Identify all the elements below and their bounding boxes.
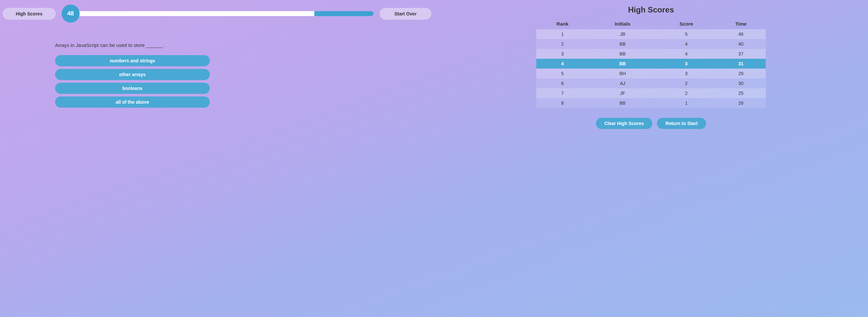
cell-rank: 3 bbox=[536, 49, 589, 59]
cell-rank: 7 bbox=[536, 88, 589, 98]
cell-score: 1 bbox=[657, 98, 716, 108]
cell-time: 26 bbox=[716, 98, 766, 108]
cell-score: 5 bbox=[657, 29, 716, 39]
cell-rank: 2 bbox=[536, 39, 589, 49]
col-time: Time bbox=[716, 19, 766, 29]
table-row: 6AJ230 bbox=[536, 79, 766, 88]
cell-rank: 6 bbox=[536, 79, 589, 88]
timer-badge: 48 bbox=[62, 5, 80, 23]
col-initials: Initials bbox=[589, 19, 657, 29]
cell-score: 3 bbox=[657, 59, 716, 68]
cell-time: 37 bbox=[716, 49, 766, 59]
cell-initials: BB bbox=[589, 59, 657, 68]
quiz-topbar: High Scores 48 Start Over bbox=[3, 5, 431, 23]
table-row: 2BB440 bbox=[536, 39, 766, 49]
high-scores-table: Rank Initials Score Time 1JB5462BB4403BB… bbox=[536, 19, 766, 108]
cell-rank: 5 bbox=[536, 68, 589, 79]
quiz-panel: High Scores 48 Start Over Arrays in Java… bbox=[0, 0, 434, 317]
table-row: 7JF225 bbox=[536, 88, 766, 98]
start-over-button[interactable]: Start Over bbox=[380, 8, 431, 20]
table-header-row: Rank Initials Score Time bbox=[536, 19, 766, 29]
answer-option-0[interactable]: numbers and strings bbox=[55, 55, 210, 66]
table-row: 4BB331 bbox=[536, 59, 766, 68]
cell-score: 4 bbox=[657, 39, 716, 49]
cell-time: 46 bbox=[716, 29, 766, 39]
cell-score: 3 bbox=[657, 68, 716, 79]
high-scores-panel: High Scores Rank Initials Score Time 1JB… bbox=[434, 0, 868, 317]
answer-option-3[interactable]: all of the above bbox=[55, 96, 210, 108]
answer-option-2[interactable]: booleans bbox=[55, 83, 210, 94]
return-to-start-button[interactable]: Return to Start bbox=[657, 118, 706, 129]
cell-initials: JF bbox=[589, 88, 657, 98]
table-row: 1JB546 bbox=[536, 29, 766, 39]
cell-initials: BB bbox=[589, 98, 657, 108]
question-text: Arrays in JavaScript can be used to stor… bbox=[55, 42, 210, 48]
cell-time: 25 bbox=[716, 88, 766, 98]
table-row: 8BB126 bbox=[536, 98, 766, 108]
high-scores-button[interactable]: High Scores bbox=[3, 8, 56, 20]
clear-high-scores-button[interactable]: Clear High Scores bbox=[596, 118, 653, 129]
table-row: 3BB437 bbox=[536, 49, 766, 59]
answer-option-1[interactable]: other arrays bbox=[55, 69, 210, 80]
cell-time: 29 bbox=[716, 68, 766, 79]
answers-list: numbers and stringsother arraysbooleansa… bbox=[55, 55, 210, 108]
cell-initials: BH bbox=[589, 68, 657, 79]
cell-rank: 8 bbox=[536, 98, 589, 108]
cell-rank: 1 bbox=[536, 29, 589, 39]
cell-rank: 4 bbox=[536, 59, 589, 68]
progress-bar bbox=[76, 11, 374, 16]
col-rank: Rank bbox=[536, 19, 589, 29]
question-block: Arrays in JavaScript can be used to stor… bbox=[55, 42, 210, 108]
high-scores-title: High Scores bbox=[437, 5, 865, 15]
progress-fill bbox=[314, 11, 374, 16]
cell-time: 31 bbox=[716, 59, 766, 68]
cell-initials: JB bbox=[589, 29, 657, 39]
cell-time: 40 bbox=[716, 39, 766, 49]
table-row: 5BH329 bbox=[536, 68, 766, 79]
high-scores-actions: Clear High Scores Return to Start bbox=[437, 118, 865, 129]
cell-score: 2 bbox=[657, 79, 716, 88]
cell-score: 2 bbox=[657, 88, 716, 98]
col-score: Score bbox=[657, 19, 716, 29]
cell-time: 30 bbox=[716, 79, 766, 88]
cell-score: 4 bbox=[657, 49, 716, 59]
cell-initials: AJ bbox=[589, 79, 657, 88]
cell-initials: BB bbox=[589, 49, 657, 59]
cell-initials: BB bbox=[589, 39, 657, 49]
